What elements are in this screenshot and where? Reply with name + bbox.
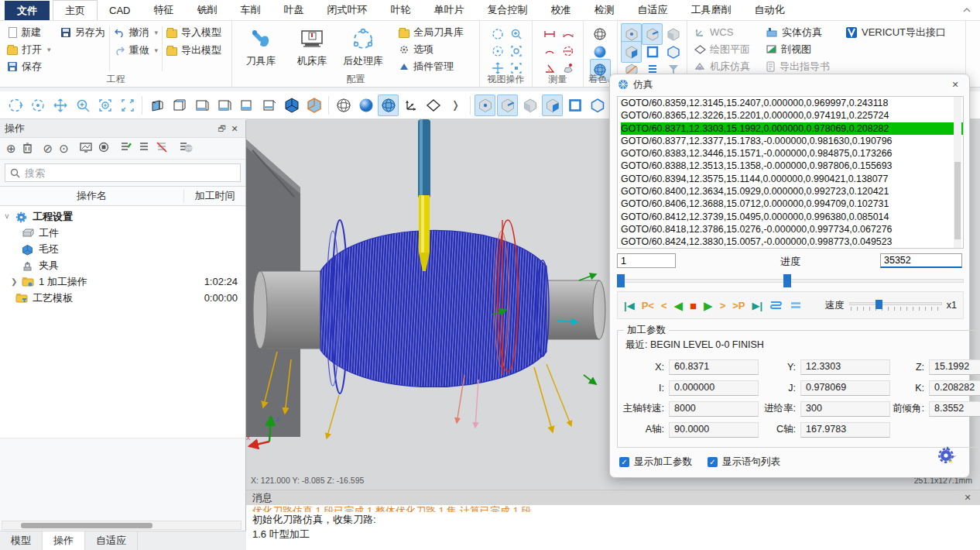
orbit-icon[interactable] <box>5 95 26 116</box>
pick-vertex-icon[interactable] <box>475 95 495 116</box>
wcs-button[interactable]: WCS <box>692 25 752 40</box>
vericut-export-button[interactable]: VERICUT导出接口 <box>843 25 948 40</box>
menu-tab[interactable]: 自动化 <box>742 0 796 20</box>
expand-icon[interactable]: ❯ <box>11 277 22 286</box>
tool-library-button[interactable]: 刀具库 <box>237 23 285 74</box>
goto-line[interactable]: GOTO/60.8365,12.3226,15.2201,0.000000,0.… <box>621 109 963 122</box>
view-bottom-icon[interactable] <box>259 95 279 116</box>
ribbon-collapse-icon[interactable] <box>961 5 972 15</box>
horizontal-scrollbar[interactable] <box>2 521 242 530</box>
menu-tab[interactable]: 检测 <box>582 0 625 20</box>
menu-tab[interactable]: 自适应 <box>625 0 679 20</box>
fit-window-icon[interactable] <box>117 95 138 116</box>
scrollbar-thumb[interactable] <box>21 523 152 528</box>
postprocessor-library-button[interactable]: 后处理库 <box>339 23 387 74</box>
float-panel-icon[interactable]: 🗗 <box>216 122 228 135</box>
export-model-button[interactable]: 导出模型 <box>164 43 224 58</box>
disable-operation-icon[interactable]: ⊙ <box>59 143 69 154</box>
list-icon[interactable] <box>139 142 149 155</box>
menu-file-tab[interactable]: 文件 <box>5 1 50 20</box>
export-guide-button[interactable]: 导出指导书 <box>763 60 832 74</box>
view-back-icon[interactable] <box>169 95 190 116</box>
column-time[interactable]: 加工时间 <box>183 189 245 203</box>
section-view-button[interactable]: 剖视图 <box>763 42 832 57</box>
menu-tab[interactable]: 特征 <box>142 0 185 20</box>
panel-tab[interactable]: 自适应 <box>85 531 138 550</box>
play-button[interactable]: ▶ <box>704 300 713 311</box>
post-process-icon[interactable]: PP <box>179 142 193 155</box>
dropdown-arrow-icon[interactable]: ▾ <box>47 46 51 53</box>
toolpath-lines-icon[interactable] <box>790 301 802 310</box>
slider-handle-progress[interactable] <box>783 274 791 287</box>
toolpath-trace-icon[interactable] <box>769 300 783 311</box>
goto-line[interactable]: GOTO/60.8359,12.3145,15.2407,0.000000,0.… <box>621 97 963 109</box>
goto-statement-list[interactable]: GOTO/60.8359,12.3145,15.2407,0.000000,0.… <box>617 96 964 249</box>
machine-sim-button[interactable]: 机床仿真 <box>692 60 752 74</box>
tree-row-template[interactable]: 工艺模板 0:00:00 <box>0 290 245 306</box>
zoom-in-icon[interactable] <box>72 95 93 116</box>
undo-button[interactable]: 撤消▾ <box>111 25 161 40</box>
zoom-window-icon[interactable] <box>94 95 115 116</box>
tree-row-workpiece[interactable]: 工件 <box>0 225 245 241</box>
progress-slider[interactable] <box>617 274 964 288</box>
menu-tab[interactable]: 主页 <box>53 0 98 20</box>
dialog-title-bar[interactable]: 仿真 ✕ <box>610 74 969 95</box>
next-operation-button[interactable]: >P <box>732 301 745 311</box>
view-top-icon[interactable] <box>236 95 257 116</box>
axis-triad-icon[interactable] <box>400 95 421 116</box>
menu-tab[interactable]: CAD <box>98 0 142 20</box>
tree-row-fixture[interactable]: 夹具 <box>0 257 245 273</box>
goto-line[interactable]: GOTO/60.8388,12.3513,15.1358,-0.000000,0… <box>621 160 963 172</box>
show-params-checkbox[interactable]: ✓ 显示加工参数 <box>619 455 692 469</box>
menu-tab[interactable]: 校准 <box>539 0 582 20</box>
pick-face-icon[interactable] <box>519 95 540 116</box>
view-iso-icon[interactable] <box>281 95 302 116</box>
save-as-button[interactable]: 另存为 <box>58 25 108 40</box>
compute-icon[interactable] <box>80 143 92 155</box>
scrollbar-thumb[interactable] <box>954 162 961 239</box>
clear-list-icon[interactable] <box>156 142 168 155</box>
delete-operation-icon[interactable] <box>22 142 33 156</box>
import-model-button[interactable]: 导入模型 <box>164 25 224 40</box>
goto-line[interactable]: GOTO/60.8394,12.3575,15.1144,0.000000,0.… <box>621 173 963 185</box>
goto-line[interactable]: GOTO/60.8400,12.3634,15.0929,0.000000,0.… <box>621 185 963 198</box>
menu-tab[interactable]: 叶轮 <box>379 0 422 20</box>
shaded-sphere-icon[interactable] <box>355 95 376 116</box>
close-panel-icon[interactable]: ✕ <box>228 122 241 135</box>
speed-slider[interactable] <box>849 300 942 311</box>
show-statement-list-checkbox[interactable]: ✓ 显示语句列表 <box>708 455 780 469</box>
pick-body-icon[interactable] <box>542 95 563 116</box>
add-operation-icon[interactable]: ⊕ <box>6 143 16 154</box>
column-name[interactable]: 操作名 <box>0 189 183 203</box>
view-front-icon[interactable] <box>146 95 167 116</box>
menu-tab[interactable]: 铣削 <box>185 0 228 20</box>
progress-input[interactable] <box>880 253 962 268</box>
options-button[interactable]: 选项 <box>396 42 466 57</box>
play-backward-button[interactable]: ◀ <box>674 300 684 311</box>
skip-to-start-button[interactable]: |◀ <box>624 301 635 311</box>
menu-tab[interactable]: 复合控制 <box>475 0 539 20</box>
search-box[interactable] <box>5 163 241 182</box>
goto-line[interactable]: GOTO/60.8412,12.3739,15.0495,0.000000,0.… <box>621 211 963 223</box>
new-button[interactable]: 新建 <box>5 25 53 40</box>
skip-to-end-button[interactable]: ▶| <box>752 301 763 311</box>
panel-tab[interactable]: 操作 <box>43 531 85 550</box>
redo-button[interactable]: 重做▾ <box>111 43 161 58</box>
edit-list-icon[interactable] <box>120 142 132 155</box>
menu-tab[interactable]: 叶盘 <box>272 0 315 20</box>
view-iso-back-icon[interactable] <box>303 95 324 116</box>
orbit-center-icon[interactable] <box>27 95 48 116</box>
simulation-settings-icon[interactable] <box>937 445 958 467</box>
open-button[interactable]: 打开▾ <box>5 42 53 57</box>
menu-tab[interactable]: 车削 <box>228 0 272 20</box>
pick-solid-icon[interactable] <box>587 95 608 116</box>
shaded-edges-globe-icon[interactable] <box>378 95 399 116</box>
enable-operation-icon[interactable]: ⊘ <box>43 143 53 154</box>
menu-tab[interactable]: 闭式叶环 <box>315 0 379 20</box>
slider-handle-start[interactable] <box>617 274 625 287</box>
close-dialog-icon[interactable]: ✕ <box>949 78 961 91</box>
dropdown-arrow-icon[interactable]: ▾ <box>155 46 159 54</box>
stop-button[interactable]: ■ <box>690 300 697 311</box>
tree-row-project-settings[interactable]: ˅ 工程设置 <box>0 208 245 225</box>
step-forward-button[interactable]: > <box>720 301 726 311</box>
